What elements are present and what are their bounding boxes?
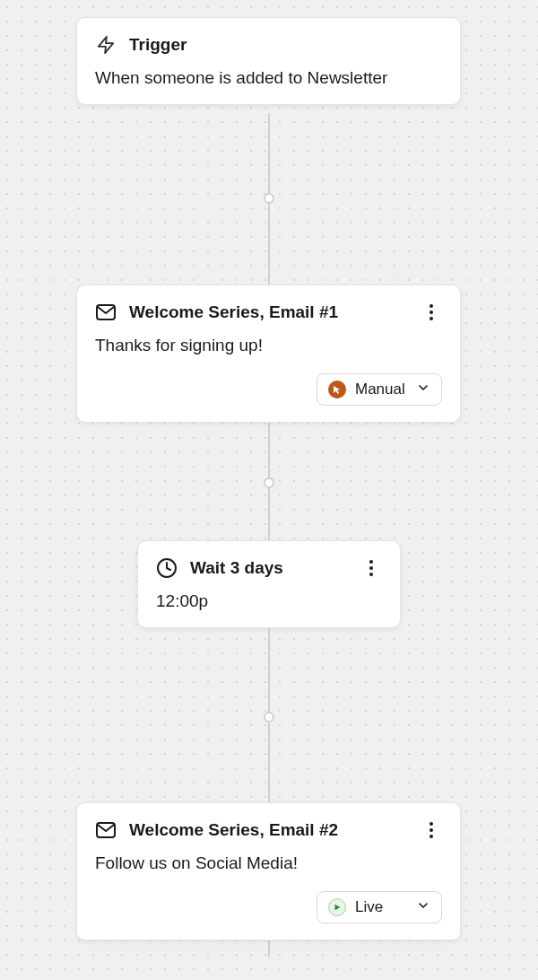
card-header: Wait 3 days (156, 557, 382, 579)
svg-point-11 (430, 828, 433, 832)
trigger-description: When someone is added to Newsletter (95, 68, 442, 88)
wait-title: Wait 3 days (190, 558, 348, 578)
status-dropdown[interactable]: Manual (317, 373, 442, 406)
mail-icon (95, 819, 117, 841)
svg-point-3 (430, 311, 433, 314)
clock-icon (156, 557, 178, 579)
more-vertical-icon (430, 304, 433, 320)
card-header: Welcome Series, Email #2 (95, 819, 442, 841)
more-menu-button[interactable] (360, 557, 382, 579)
lightning-icon (95, 34, 117, 56)
mail-icon (95, 302, 117, 323)
status-dropdown[interactable]: Live (317, 891, 442, 923)
svg-point-4 (430, 317, 433, 320)
email-card[interactable]: Welcome Series, Email #1 Thanks for sign… (76, 284, 461, 423)
svg-point-8 (369, 573, 373, 576)
wait-description: 12:00p (156, 591, 382, 611)
card-header: Trigger (95, 34, 442, 56)
card-header: Welcome Series, Email #1 (95, 302, 442, 323)
chevron-down-icon (416, 381, 430, 398)
card-footer: Manual (95, 373, 442, 406)
more-menu-button[interactable] (421, 302, 442, 323)
card-footer: Live (95, 891, 442, 923)
wait-card[interactable]: Wait 3 days 12:00p (137, 540, 401, 628)
status-label: Manual (355, 381, 407, 398)
svg-point-2 (430, 304, 433, 308)
cursor-icon (328, 381, 346, 398)
svg-point-7 (369, 566, 373, 570)
trigger-title: Trigger (129, 35, 442, 55)
more-menu-button[interactable] (421, 819, 442, 841)
email-description: Thanks for signing up! (95, 336, 442, 355)
chevron-down-icon (416, 898, 430, 916)
svg-point-10 (430, 822, 433, 826)
more-vertical-icon (430, 822, 433, 838)
email-title: Welcome Series, Email #2 (129, 820, 408, 840)
more-vertical-icon (369, 560, 373, 576)
status-label: Live (355, 898, 407, 916)
svg-marker-13 (335, 905, 341, 911)
email-title: Welcome Series, Email #1 (129, 302, 408, 322)
svg-point-12 (430, 835, 433, 838)
email-description: Follow us on Social Media! (95, 853, 442, 873)
email-card[interactable]: Welcome Series, Email #2 Follow us on So… (76, 802, 461, 941)
trigger-card[interactable]: Trigger When someone is added to Newslet… (76, 17, 461, 105)
flow-connector-dot (264, 193, 274, 204)
flow-connector-dot (264, 712, 274, 722)
svg-marker-0 (99, 37, 114, 53)
svg-point-6 (369, 560, 373, 564)
flow-connector-dot (264, 477, 274, 488)
play-icon (328, 898, 346, 916)
